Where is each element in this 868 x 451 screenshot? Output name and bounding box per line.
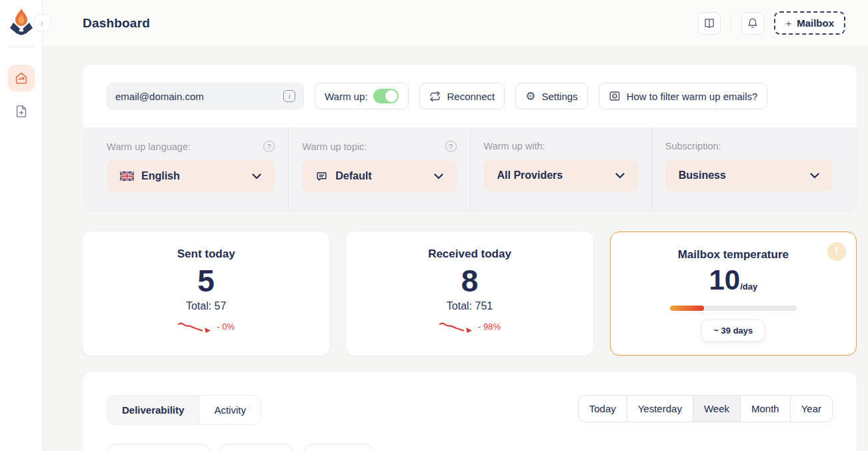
providers-dropdown[interactable]: All Providers [484, 159, 638, 191]
mailbox-temperature-title: Mailbox temperature [627, 248, 840, 262]
email-field[interactable]: email@domain.com i [107, 83, 304, 109]
chat-icon [315, 170, 328, 183]
setting-language: Warm up language: ? [107, 127, 288, 210]
reconnect-button[interactable]: Reconnect [419, 83, 505, 109]
home-chart-icon [14, 71, 29, 85]
help-icon[interactable]: ? [263, 141, 275, 152]
range-today[interactable]: Today [579, 396, 627, 422]
book-icon [703, 17, 715, 29]
file-plus-icon [14, 104, 29, 119]
warmup-toggle[interactable] [373, 89, 399, 103]
header-actions: + Mailbox [698, 11, 845, 35]
warmup-label: Warm up: [325, 91, 367, 102]
sidebar: › [0, 0, 43, 451]
panel-tabs: Deliverability Activity [107, 395, 261, 425]
reconnect-icon [429, 91, 441, 102]
add-mailbox-button[interactable]: + Mailbox [774, 11, 845, 35]
mailbox-settings-card: email@domain.com i Warm up: Reconnect [83, 65, 857, 210]
main-area: Dashboard + [43, 0, 868, 451]
range-month[interactable]: Month [741, 396, 791, 422]
how-to-filter-label: How to filter warm up emails? [627, 91, 758, 102]
reconnect-label: Reconnect [447, 91, 495, 102]
setting-topic: Warm up topic: ? Default [288, 127, 469, 210]
sent-today-total: Total: 57 [99, 300, 313, 312]
header: Dashboard + [43, 0, 868, 47]
notifications-button[interactable] [741, 12, 764, 35]
chevron-down-icon [434, 173, 443, 179]
deliverability-panel: Deliverability Activity Today Yesterday … [83, 372, 857, 451]
temperature-progress-fill [670, 306, 704, 311]
tab-deliverability[interactable]: Deliverability [107, 396, 199, 424]
page-title: Dashboard [83, 16, 150, 31]
content: email@domain.com i Warm up: Reconnect [43, 47, 868, 451]
header-separator [731, 15, 731, 32]
sent-today-card: Sent today 5 Total: 57 - 0% [83, 232, 329, 356]
legend-badges: Deliverability 98% Inbox 45 Spam 1 [107, 444, 833, 451]
warning-icon[interactable]: ! [827, 242, 846, 261]
plus-icon: + [785, 17, 791, 29]
inbox-badge[interactable]: Inbox 45 [219, 444, 295, 451]
add-mailbox-label: Mailbox [797, 17, 834, 29]
email-value: email@domain.com [115, 91, 204, 102]
topic-dropdown[interactable]: Default [302, 160, 456, 192]
spam-badge[interactable]: Spam 1 [303, 444, 375, 451]
sidebar-divider [8, 47, 34, 47]
subscription-dropdown[interactable]: Business [665, 159, 833, 191]
help-icon[interactable]: ? [445, 141, 457, 152]
panel-head: Deliverability Activity Today Yesterday … [107, 395, 833, 425]
setting-providers: Warm up with: All Providers [470, 127, 651, 210]
settings-button[interactable]: ⚙ Settings [515, 83, 587, 109]
how-to-filter-button[interactable]: How to filter warm up emails? [599, 83, 768, 109]
received-today-trend-label: - 98% [478, 322, 501, 332]
chevron-down-icon [252, 173, 261, 179]
language-label: Warm up language: [107, 141, 191, 152]
mailbox-toolbar: email@domain.com i Warm up: Reconnect [83, 65, 857, 127]
setting-subscription: Subscription: Business [651, 127, 833, 210]
info-icon[interactable]: i [283, 90, 295, 102]
temperature-unit: /day [740, 282, 757, 292]
range-year[interactable]: Year [791, 396, 832, 422]
uk-flag-icon [120, 171, 134, 181]
topic-label: Warm up topic: [302, 141, 367, 152]
bell-icon [747, 17, 759, 29]
subscription-value: Business [679, 169, 726, 181]
language-dropdown[interactable]: English [107, 160, 275, 192]
mailbox-temperature-card: ! Mailbox temperature 10 /day ~ 39 days [610, 232, 857, 356]
warmup-toggle-pill: Warm up: [315, 83, 409, 109]
chevron-down-icon [615, 173, 625, 179]
sent-today-trend-label: - 0% [217, 322, 235, 332]
providers-label: Warm up with: [484, 141, 545, 151]
gear-icon: ⚙ [525, 91, 535, 102]
range-week[interactable]: Week [693, 396, 741, 422]
video-icon [609, 90, 621, 102]
received-today-total: Total: 751 [362, 300, 577, 312]
topic-value: Default [335, 170, 371, 182]
received-today-title: Received today [362, 248, 577, 261]
sidebar-item-add-mailbox[interactable] [8, 98, 35, 125]
received-today-value: 8 [362, 264, 577, 299]
sidebar-collapse-button[interactable]: › [33, 14, 51, 31]
chevron-right-icon: › [41, 18, 44, 27]
days-remaining-badge: ~ 39 days [701, 320, 765, 342]
downtrend-sparkline-icon [177, 320, 213, 334]
deliverability-badge[interactable]: Deliverability 98% [107, 444, 211, 451]
stats-row: Sent today 5 Total: 57 - 0% Received tod… [83, 232, 857, 356]
subscription-label: Subscription: [665, 141, 721, 151]
temperature-value: 10 [709, 264, 740, 296]
temperature-value-row: 10 /day [627, 264, 840, 296]
app-logo-flame-icon[interactable] [9, 7, 34, 35]
sidebar-item-dashboard[interactable] [8, 65, 35, 91]
tab-activity[interactable]: Activity [199, 396, 261, 424]
downtrend-sparkline-icon [439, 320, 475, 334]
received-today-card: Received today 8 Total: 751 - 98% [346, 232, 593, 356]
range-yesterday[interactable]: Yesterday [627, 396, 693, 422]
temperature-progress-bar [670, 306, 797, 311]
date-range-selector: Today Yesterday Week Month Year [578, 395, 833, 422]
sent-today-trend: - 0% [177, 320, 235, 334]
chevron-down-icon [810, 173, 819, 179]
settings-label: Settings [541, 91, 577, 102]
docs-button[interactable] [698, 12, 721, 35]
sent-today-title: Sent today [99, 248, 313, 261]
providers-value: All Providers [497, 169, 563, 181]
toggle-knob [385, 90, 397, 102]
